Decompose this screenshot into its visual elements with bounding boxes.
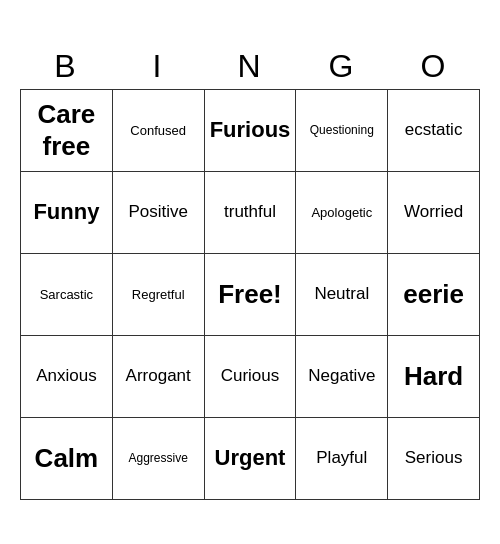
cell-text-r0-c2: Furious — [210, 117, 291, 143]
header-letter-N: N — [204, 44, 296, 89]
cell-text-r0-c0: Care free — [25, 99, 108, 161]
header-letter-B: B — [20, 44, 112, 89]
cell-text-r4-c3: Playful — [316, 448, 367, 468]
cell-text-r0-c3: Questioning — [310, 123, 374, 137]
cell-text-r1-c2: truthful — [224, 202, 276, 222]
cell-text-r0-c1: Confused — [130, 123, 186, 139]
header-letter-I: I — [112, 44, 204, 89]
cell-r2-c2: Free! — [205, 254, 297, 336]
cell-r3-c4: Hard — [388, 336, 480, 418]
cell-text-r3-c4: Hard — [404, 361, 463, 392]
cell-text-r1-c0: Funny — [33, 199, 99, 225]
cell-r1-c4: Worried — [388, 172, 480, 254]
cell-r1-c0: Funny — [21, 172, 113, 254]
cell-text-r2-c4: eerie — [403, 279, 464, 310]
bingo-card: BINGO Care freeConfusedFuriousQuestionin… — [20, 44, 480, 500]
cell-r3-c2: Curious — [205, 336, 297, 418]
cell-r2-c4: eerie — [388, 254, 480, 336]
cell-text-r4-c4: Serious — [405, 448, 463, 468]
cell-text-r1-c4: Worried — [404, 202, 463, 222]
cell-r2-c0: Sarcastic — [21, 254, 113, 336]
cell-r4-c2: Urgent — [205, 418, 297, 500]
cell-r0-c3: Questioning — [296, 90, 388, 172]
cell-r4-c4: Serious — [388, 418, 480, 500]
cell-text-r3-c0: Anxious — [36, 366, 96, 386]
cell-r4-c3: Playful — [296, 418, 388, 500]
cell-text-r3-c1: Arrogant — [126, 366, 191, 386]
cell-r0-c1: Confused — [113, 90, 205, 172]
cell-text-r4-c0: Calm — [35, 443, 99, 474]
cell-r2-c3: Neutral — [296, 254, 388, 336]
cell-r4-c1: Aggressive — [113, 418, 205, 500]
cell-r3-c0: Anxious — [21, 336, 113, 418]
cell-text-r1-c3: Apologetic — [311, 205, 372, 221]
cell-r3-c1: Arrogant — [113, 336, 205, 418]
cell-r3-c3: Negative — [296, 336, 388, 418]
cell-r1-c3: Apologetic — [296, 172, 388, 254]
cell-r1-c2: truthful — [205, 172, 297, 254]
header-letter-O: O — [388, 44, 480, 89]
cell-r4-c0: Calm — [21, 418, 113, 500]
cell-text-r2-c2: Free! — [218, 279, 282, 310]
cell-text-r0-c4: ecstatic — [405, 120, 463, 140]
cell-text-r4-c2: Urgent — [215, 445, 286, 471]
bingo-header: BINGO — [20, 44, 480, 89]
cell-text-r1-c1: Positive — [128, 202, 188, 222]
cell-text-r3-c3: Negative — [308, 366, 375, 386]
header-letter-G: G — [296, 44, 388, 89]
cell-r0-c2: Furious — [205, 90, 297, 172]
bingo-grid: Care freeConfusedFuriousQuestioningecsta… — [20, 89, 480, 500]
cell-r0-c0: Care free — [21, 90, 113, 172]
cell-r2-c1: Regretful — [113, 254, 205, 336]
cell-text-r4-c1: Aggressive — [129, 451, 188, 465]
cell-text-r2-c0: Sarcastic — [40, 287, 93, 303]
cell-r0-c4: ecstatic — [388, 90, 480, 172]
cell-text-r2-c3: Neutral — [314, 284, 369, 304]
cell-r1-c1: Positive — [113, 172, 205, 254]
cell-text-r3-c2: Curious — [221, 366, 280, 386]
cell-text-r2-c1: Regretful — [132, 287, 185, 303]
